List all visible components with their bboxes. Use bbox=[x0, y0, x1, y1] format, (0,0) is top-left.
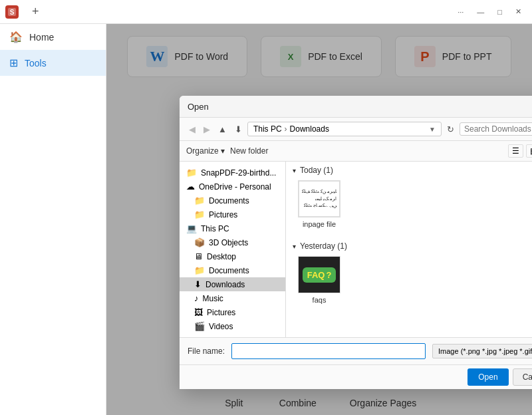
close-button[interactable]: ✕ bbox=[510, 6, 527, 17]
view-list-button[interactable]: ☰ bbox=[508, 144, 523, 158]
nav-path[interactable]: This PC › Downloads ▼ bbox=[247, 122, 442, 136]
faqs-thumbnail: FAQ ? bbox=[298, 256, 340, 293]
section-today-header[interactable]: ▾ Today (1) bbox=[286, 162, 532, 178]
dialog-body: 📁 SnapPDF-29-birthd... ☁ OneDrive - Pers… bbox=[180, 162, 532, 337]
maximize-button[interactable]: □ bbox=[492, 7, 507, 17]
cancel-button[interactable]: Cancel bbox=[513, 368, 532, 386]
folder-icon: 📁 bbox=[194, 265, 205, 275]
tree-item-this-pc[interactable]: 💻 This PC bbox=[180, 221, 285, 235]
open-button[interactable]: Open bbox=[467, 368, 508, 386]
view-grid-button[interactable]: ▦ bbox=[526, 144, 532, 158]
sidebar: 🏠 Home ⊞ Tools bbox=[0, 24, 106, 415]
home-icon: 🏠 bbox=[9, 31, 23, 43]
tree-item-music[interactable]: ♪ Music bbox=[180, 291, 285, 305]
search-input[interactable] bbox=[464, 124, 532, 134]
pictures-icon: 🖼 bbox=[194, 307, 203, 317]
tree-item-documents2[interactable]: 📁 Documents bbox=[180, 263, 285, 277]
content-area: W PDF to Word X PDF to Excel P PDF to PP… bbox=[106, 24, 532, 415]
tree-item-onedrive[interactable]: ☁ OneDrive - Personal bbox=[180, 180, 285, 194]
video-icon: 🎬 bbox=[194, 321, 205, 331]
search-box: 🔍 bbox=[460, 122, 532, 136]
dialog-titlebar: Open ✕ bbox=[180, 96, 532, 118]
tree-item-downloads[interactable]: ⬇ Downloads bbox=[180, 277, 285, 291]
tree-label-documents: Documents bbox=[209, 196, 249, 206]
dialog-buttons: Open Cancel bbox=[467, 368, 532, 386]
faq-question-mark: ? bbox=[326, 270, 331, 280]
inpage-preview: ‏ﺎﯿﺑﺮﻣ ﻦﮐ ﭧﻠﮐ ﻒﻠﮐﺍﺮﻣ ﮏﯾ ﺎﯿﻤﺑﮟﯿﮨ ﮯﮑﺳ ﺎﺟ ﭧ… bbox=[299, 181, 340, 217]
window-controls: ··· — □ ✕ bbox=[452, 6, 527, 17]
down-icon[interactable]: ⬇ bbox=[232, 123, 245, 136]
3d-icon: 📦 bbox=[194, 237, 205, 247]
tree-label-pictures: Pictures bbox=[209, 210, 237, 219]
today-file-grid: ‏ﺎﯿﺑﺮﻣ ﻦﮐ ﭧﻠﮐ ﻒﻠﮐﺍﺮﻣ ﮏﯾ ﺎﯿﻤﺑﮟﯿﮨ ﮯﮑﺳ ﺎﺟ ﭧ… bbox=[286, 178, 532, 237]
tree-item-documents[interactable]: 📁 Documents bbox=[180, 194, 285, 208]
tree-label-snappdf: SnapPDF-29-birthd... bbox=[201, 168, 276, 178]
dialog-action-row: Open Cancel bbox=[180, 364, 532, 389]
folder-icon: 📁 bbox=[186, 168, 197, 178]
dialog-title: Open bbox=[188, 102, 209, 112]
tree-item-videos[interactable]: 🎬 Videos bbox=[180, 319, 285, 333]
folder-icon: 📁 bbox=[194, 196, 205, 206]
forward-button[interactable]: ▶ bbox=[201, 123, 213, 136]
inpage-filename: inpage file bbox=[303, 220, 336, 228]
nav-path-thispc: This PC bbox=[253, 124, 282, 134]
more-options-button[interactable]: ··· bbox=[452, 7, 469, 17]
dialog-bottom: File name: Image (*.png *.jpg *.jpeg *.g… bbox=[180, 337, 532, 364]
minimize-button[interactable]: — bbox=[471, 7, 489, 17]
filetype-select[interactable]: Image (*.png *.jpg *.jpeg *.gif *... bbox=[432, 344, 532, 358]
refresh-button[interactable]: ↻ bbox=[444, 123, 457, 136]
app-body: 🏠 Home ⊞ Tools W PDF to Word X PDF bbox=[0, 24, 532, 415]
tree-item-snappdf[interactable]: 📁 SnapPDF-29-birthd... bbox=[180, 166, 285, 180]
tree-label-music: Music bbox=[203, 294, 223, 303]
desktop-icon: 🖥 bbox=[194, 251, 203, 261]
faq-q-icon: FAQ bbox=[307, 270, 325, 280]
section-yesterday-label: Yesterday (1) bbox=[300, 241, 347, 251]
open-dialog: Open ✕ ◀ ▶ ▲ ⬇ This PC › Downloads ▼ bbox=[180, 96, 532, 389]
sidebar-item-tools-label: Tools bbox=[25, 58, 47, 69]
yesterday-file-grid: FAQ ? faqs bbox=[286, 253, 532, 313]
svg-text:S: S bbox=[10, 9, 15, 16]
dialog-nav: ◀ ▶ ▲ ⬇ This PC › Downloads ▼ ↻ 🔍 bbox=[180, 118, 532, 141]
tools-icon: ⊞ bbox=[9, 57, 18, 69]
new-folder-button[interactable]: New folder bbox=[230, 146, 268, 156]
tree-item-pictures[interactable]: 📁 Pictures bbox=[180, 208, 285, 221]
chevron-down-icon: ▾ bbox=[293, 243, 296, 250]
file-tree: 📁 SnapPDF-29-birthd... ☁ OneDrive - Pers… bbox=[180, 162, 286, 337]
sidebar-item-tools[interactable]: ⊞ Tools bbox=[0, 50, 106, 76]
sidebar-item-home-label: Home bbox=[29, 32, 54, 43]
tree-item-desktop[interactable]: 🖥 Desktop bbox=[180, 249, 285, 263]
app-icon: S bbox=[5, 5, 19, 19]
sidebar-item-home[interactable]: 🏠 Home bbox=[0, 24, 106, 50]
new-tab-button[interactable]: + bbox=[28, 5, 43, 19]
folder-icon: 📁 bbox=[194, 209, 205, 219]
nav-path-downloads: Downloads bbox=[290, 124, 329, 134]
tree-item-pictures2[interactable]: 🖼 Pictures bbox=[180, 305, 285, 319]
filename-input[interactable] bbox=[231, 343, 426, 359]
pc-icon: 💻 bbox=[186, 223, 197, 233]
file-item-faqs[interactable]: FAQ ? faqs bbox=[293, 253, 346, 307]
tree-label-3d-objects: 3D Objects bbox=[209, 238, 248, 247]
up-button[interactable]: ▲ bbox=[215, 123, 229, 136]
tree-label-desktop: Desktop bbox=[207, 252, 236, 261]
tree-label-documents2: Documents bbox=[209, 266, 249, 275]
download-icon: ⬇ bbox=[194, 279, 201, 289]
file-item-inpage[interactable]: ‏ﺎﯿﺑﺮﻣ ﻦﮐ ﭧﻠﮐ ﻒﻠﮐﺍﺮﻣ ﮏﯾ ﺎﯿﻤﺑﮟﯿﮨ ﮯﮑﺳ ﺎﺟ ﭧ… bbox=[293, 178, 346, 231]
title-bar: S + ··· — □ ✕ bbox=[0, 0, 532, 24]
chevron-down-icon: ▾ bbox=[293, 167, 296, 174]
organize-button[interactable]: Organize ▾ bbox=[186, 146, 225, 156]
files-pane: ▾ Today (1) ‏ﺎﯿﺑﺮﻣ ﻦﮐ ﭧﻠﮐ ﻒﻠﮐﺍﺮﻣ ﮏﯾ ﺎﯿﻤﺑ… bbox=[286, 162, 532, 337]
back-button[interactable]: ◀ bbox=[186, 123, 198, 136]
faq-preview: FAQ ? bbox=[299, 257, 340, 293]
filename-label: File name: bbox=[188, 346, 225, 356]
cloud-icon: ☁ bbox=[186, 182, 195, 192]
inpage-thumbnail: ‏ﺎﯿﺑﺮﻣ ﻦﮐ ﭧﻠﮐ ﻒﻠﮐﺍﺮﻣ ﮏﯾ ﺎﯿﻤﺑﮟﯿﮨ ﮯﮑﺳ ﺎﺟ ﭧ… bbox=[298, 180, 340, 217]
view-buttons: ☰ ▦ bbox=[508, 144, 532, 158]
dropdown-arrow-icon: ▼ bbox=[429, 126, 436, 133]
tree-label-pictures2: Pictures bbox=[207, 308, 235, 317]
tree-item-3d-objects[interactable]: 📦 3D Objects bbox=[180, 235, 285, 249]
dialog-toolbar: Organize ▾ New folder ☰ ▦ ? bbox=[180, 141, 532, 162]
tree-label-downloads: Downloads bbox=[205, 280, 245, 289]
tree-label-videos: Videos bbox=[209, 322, 233, 331]
dialog-overlay: Open ✕ ◀ ▶ ▲ ⬇ This PC › Downloads ▼ bbox=[106, 24, 532, 415]
section-yesterday-header[interactable]: ▾ Yesterday (1) bbox=[286, 237, 532, 253]
